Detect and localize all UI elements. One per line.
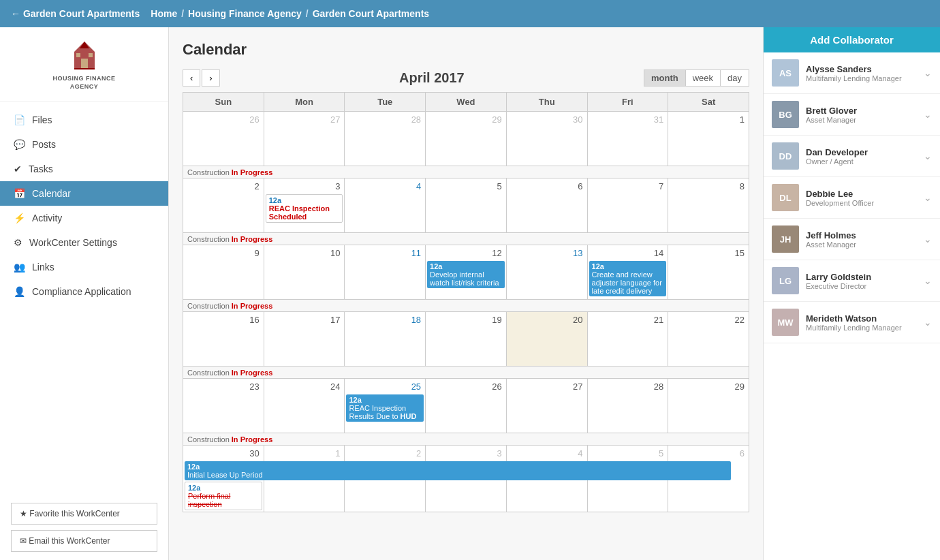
day-cell[interactable]: 30 <box>506 112 587 166</box>
status-row: Construction In Progress <box>183 233 749 245</box>
sidebar-item-files[interactable]: 📄 Files <box>0 108 168 132</box>
day-cell[interactable]: 26 <box>426 379 507 433</box>
svg-rect-3 <box>81 59 88 69</box>
collab-name: Debbie Lee <box>806 189 917 199</box>
day-cell[interactable]: 28 <box>587 379 668 433</box>
collaborators-list: AS Alysse Sanders Multifamily Lending Ma… <box>764 52 940 560</box>
day-cell[interactable]: 3 12a REAC Inspection Scheduled <box>264 178 345 233</box>
view-month-button[interactable]: month <box>644 69 685 87</box>
sidebar-item-links[interactable]: 👥 Links <box>0 255 168 279</box>
collaborator-item[interactable]: LG Larry Goldstein Executive Director ⌄ <box>764 260 940 302</box>
collaborator-item[interactable]: JH Jeff Holmes Asset Manager ⌄ <box>764 219 940 260</box>
day-cell[interactable]: 4 <box>345 178 426 233</box>
day-cell[interactable]: 14 12a Create and review adjuster langua… <box>587 245 668 300</box>
day-cell[interactable]: 15 <box>668 245 749 300</box>
event-block[interactable]: 12a REAC Inspection Scheduled <box>266 194 343 223</box>
day-cell[interactable]: 21 <box>587 312 668 367</box>
table-row: 16 17 18 19 20 21 22 <box>183 312 749 367</box>
day-cell[interactable]: 19 <box>426 312 507 367</box>
day-cell[interactable]: 1 <box>668 112 749 166</box>
table-row: 23 24 25 12a REAC Inspection Results Due… <box>183 379 749 433</box>
sidebar-label-files: Files <box>32 114 52 125</box>
collaborator-item[interactable]: MW Merideth Watson Multifamily Lending M… <box>764 302 940 343</box>
day-cell[interactable]: 6 <box>506 178 587 233</box>
collab-info: Alysse Sanders Multifamily Lending Manag… <box>806 64 917 82</box>
day-cell[interactable]: 28 <box>345 112 426 166</box>
sidebar-label-tasks: Tasks <box>29 164 53 174</box>
event-block[interactable]: 12a REAC Inspection Results Due to HUD <box>346 394 424 422</box>
main-layout: HOUSING FINANCEAGENCY 📄 Files 💬 Posts ✔ … <box>0 27 940 560</box>
day-cell[interactable]: 22 <box>668 312 749 367</box>
day-cell[interactable]: 27 <box>506 379 587 433</box>
day-cell[interactable]: 10 <box>264 245 345 300</box>
collaborator-item[interactable]: AS Alysse Sanders Multifamily Lending Ma… <box>764 52 940 94</box>
day-cell[interactable]: 8 <box>668 178 749 233</box>
breadcrumb-project[interactable]: Garden Court Apartments <box>313 8 429 19</box>
day-cell[interactable]: 5 <box>426 178 507 233</box>
chevron-down-icon: ⌄ <box>924 234 932 245</box>
sidebar-item-posts[interactable]: 💬 Posts <box>0 132 168 157</box>
event-block[interactable]: 12a Develop internal watch list/risk cri… <box>427 261 505 288</box>
day-cell[interactable]: 17 <box>264 312 345 367</box>
day-cell[interactable]: 30 12a Initial Lease Up Period 12a Perfo… <box>183 446 264 512</box>
logo-icon <box>67 38 101 72</box>
next-month-button[interactable]: › <box>202 69 219 87</box>
day-cell[interactable]: 23 <box>183 379 264 433</box>
day-cell[interactable]: 24 <box>264 379 345 433</box>
day-cell[interactable]: 26 <box>183 112 264 166</box>
collaborator-item[interactable]: DL Debbie Lee Development Officer ⌄ <box>764 177 940 219</box>
sidebar-item-activity[interactable]: ⚡ Activity <box>0 206 168 230</box>
status-cell: Construction In Progress <box>183 233 749 245</box>
event-block[interactable]: 12a Create and review adjuster language … <box>589 261 667 296</box>
collab-name: Larry Goldstein <box>806 272 917 282</box>
sidebar-logo-text: HOUSING FINANCEAGENCY <box>52 75 115 91</box>
collaborator-item[interactable]: BG Brett Glover Asset Manager ⌄ <box>764 94 940 136</box>
back-button[interactable]: ← Garden Court Apartments <box>11 8 140 19</box>
sidebar-item-tasks[interactable]: ✔ Tasks <box>0 157 168 181</box>
day-cell[interactable]: 29 <box>668 379 749 433</box>
sidebar-item-workcenter-settings[interactable]: ⚙ WorkCenter Settings <box>0 230 168 255</box>
day-cell[interactable]: 13 <box>506 245 587 300</box>
sidebar-item-calendar[interactable]: 📅 Calendar <box>0 181 168 206</box>
day-cell[interactable]: 29 <box>426 112 507 166</box>
day-cell[interactable]: 2 <box>183 178 264 233</box>
day-cell[interactable]: 25 12a REAC Inspection Results Due to HU… <box>345 379 426 433</box>
chevron-down-icon: ⌄ <box>924 275 932 286</box>
event-block[interactable]: 12a Perform final inspection <box>185 482 262 510</box>
day-cell[interactable]: 12 12a Develop internal watch list/risk … <box>426 245 507 300</box>
breadcrumb-home[interactable]: Home <box>151 8 177 19</box>
day-cell[interactable]: 27 <box>264 112 345 166</box>
calendar-header: ‹ › April 2017 month week day <box>183 69 749 87</box>
sidebar-label-calendar: Calendar <box>32 188 71 199</box>
sidebar-label-settings: WorkCenter Settings <box>29 237 117 248</box>
breadcrumb-sep1: / <box>181 8 184 19</box>
email-button[interactable]: ✉ Email this WorkCenter <box>11 530 157 552</box>
favorite-button[interactable]: ★ Favorite this WorkCenter <box>11 503 157 525</box>
day-cell[interactable]: 11 <box>345 245 426 300</box>
view-day-button[interactable]: day <box>721 69 749 87</box>
day-cell[interactable]: 31 <box>587 112 668 166</box>
day-cell-today[interactable]: 20 <box>506 312 587 367</box>
add-collaborator-button[interactable]: Add Collaborator <box>764 27 940 52</box>
col-thu: Thu <box>506 93 587 112</box>
collab-role: Asset Manager <box>806 240 917 249</box>
collaborator-item[interactable]: DD Dan Developer Owner / Agent ⌄ <box>764 136 940 177</box>
day-cell[interactable]: 9 <box>183 245 264 300</box>
sidebar-item-compliance[interactable]: 👤 Compliance Application <box>0 279 168 304</box>
breadcrumb-agency[interactable]: Housing Finance Agency <box>188 8 302 19</box>
day-cell[interactable]: 16 <box>183 312 264 367</box>
collab-name: Merideth Watson <box>806 313 917 324</box>
day-cell[interactable]: 7 <box>587 178 668 233</box>
calendar-nav: ‹ › <box>183 69 220 87</box>
prev-month-button[interactable]: ‹ <box>183 69 200 87</box>
settings-icon: ⚙ <box>14 237 22 248</box>
view-week-button[interactable]: week <box>685 69 721 87</box>
sidebar-buttons: ★ Favorite this WorkCenter ✉ Email this … <box>0 495 168 560</box>
avatar: DL <box>772 184 799 211</box>
col-fri: Fri <box>587 93 668 112</box>
day-cell[interactable]: 18 <box>345 312 426 367</box>
compliance-icon: 👤 <box>14 286 25 297</box>
status-row: Construction In Progress <box>183 166 749 178</box>
event-block-wide[interactable]: 12a Initial Lease Up Period <box>185 461 731 480</box>
status-cell: Construction In Progress <box>183 367 749 379</box>
